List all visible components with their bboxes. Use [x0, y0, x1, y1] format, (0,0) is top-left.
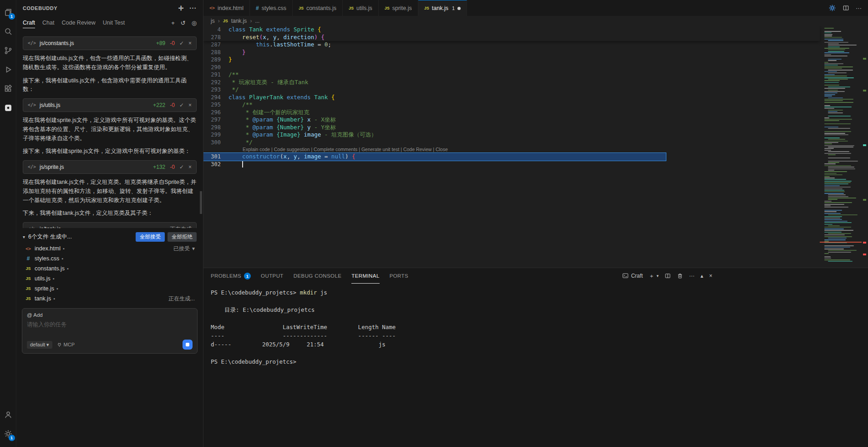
- accept-file-icon[interactable]: ✓: [179, 101, 184, 110]
- source-control-icon[interactable]: [0, 41, 16, 60]
- file-card[interactable]: </>js/sprite.js+132-0✓×: [23, 160, 197, 174]
- tab-code-review[interactable]: Code Review: [62, 18, 96, 28]
- file-card-title: js/sprite.js: [40, 163, 64, 172]
- generated-file-row[interactable]: JStank.js•正在生成...: [23, 294, 197, 304]
- generated-file-row[interactable]: JSsprite.js•: [23, 284, 197, 294]
- code-line[interactable]: 302: [203, 161, 820, 168]
- sidebar-scrollbar[interactable]: [200, 191, 202, 214]
- line-number: 297: [203, 116, 228, 124]
- code-line[interactable]: 297 * @param {Number} x - X坐标: [203, 116, 820, 124]
- code-line[interactable]: 288 }: [203, 49, 820, 56]
- code-line[interactable]: 291/**: [203, 71, 820, 79]
- code-line[interactable]: 295 /**: [203, 101, 820, 109]
- file-card-status: 正在生成: [170, 225, 192, 228]
- file-card[interactable]: </>js/tank.js正在生成: [23, 222, 197, 228]
- code-line[interactable]: 292 * 玩家坦克类 - 继承自Tank: [203, 79, 820, 86]
- css-file-icon: #: [25, 255, 32, 262]
- explorer-icon[interactable]: 1: [0, 3, 16, 22]
- breadcrumb-folder[interactable]: js: [211, 18, 215, 24]
- overview-ruler[interactable]: [862, 26, 868, 268]
- reject-file-icon[interactable]: ×: [188, 39, 192, 48]
- editor-more-icon[interactable]: ···: [856, 5, 862, 11]
- tab-craft[interactable]: Craft: [23, 18, 35, 28]
- add-context-button[interactable]: @ Add: [27, 312, 193, 318]
- code-line[interactable]: 289}: [203, 56, 820, 64]
- panel-tab-debug-console[interactable]: DEBUG CONSOLE: [294, 268, 342, 284]
- code-line[interactable]: 300 */: [203, 139, 820, 147]
- history-icon[interactable]: ↺: [181, 20, 186, 26]
- reject-file-icon[interactable]: ×: [188, 101, 192, 110]
- code-line[interactable]: 298 * @param {Number} y - Y坐标: [203, 124, 820, 132]
- code-line[interactable]: 290: [203, 64, 820, 71]
- tab-unit-test[interactable]: Unit Test: [103, 18, 125, 28]
- chevron-down-icon[interactable]: ▾: [192, 245, 195, 252]
- close-panel-icon[interactable]: ×: [709, 273, 712, 279]
- more-actions-icon[interactable]: ···: [189, 5, 197, 12]
- codelens-actions[interactable]: Explain code | Code suggestion | Complet…: [203, 146, 820, 153]
- code-line[interactable]: 4class Tank extends Sprite {: [203, 26, 820, 34]
- reject-file-icon[interactable]: ×: [188, 163, 192, 172]
- accept-file-icon[interactable]: ✓: [179, 163, 184, 172]
- editor-tab-constants.js[interactable]: JSconstants.js: [293, 0, 343, 16]
- code-area[interactable]: 4class Tank extends Sprite {278 reset(x,…: [203, 26, 820, 268]
- extensions-icon[interactable]: [0, 79, 16, 98]
- reject-all-button[interactable]: 全部拒绝: [168, 232, 197, 242]
- generated-file-row[interactable]: JSconstants.js•: [23, 264, 197, 274]
- terminal-profile[interactable]: Craft: [622, 273, 643, 279]
- generated-file-row[interactable]: JSutils.js•: [23, 274, 197, 284]
- breadcrumb[interactable]: js › JS tank.js › ...: [203, 16, 868, 26]
- panel-more-icon[interactable]: ···: [689, 273, 695, 279]
- target-icon[interactable]: ◎: [192, 20, 197, 26]
- split-editor-icon[interactable]: [843, 5, 849, 11]
- run-debug-icon[interactable]: [0, 60, 16, 79]
- editor-tab-styles.css[interactable]: #styles.css: [250, 0, 293, 16]
- panel-tab-ports[interactable]: PORTS: [390, 268, 408, 284]
- breadcrumb-symbol[interactable]: ...: [255, 18, 259, 24]
- file-card[interactable]: </>js/utils.js+222-0✓×: [23, 98, 197, 112]
- code-line[interactable]: 296 * 创建一个新的玩家坦克: [203, 109, 820, 117]
- add-icon[interactable]: ✛: [178, 5, 184, 12]
- new-terminal-icon[interactable]: ＋ ▾: [649, 272, 659, 280]
- codebuddy-settings-icon[interactable]: [828, 4, 836, 12]
- editor-tab-index.html[interactable]: <>index.html: [203, 0, 250, 16]
- editor-tab-utils.js[interactable]: JSutils.js: [343, 0, 379, 16]
- minimap[interactable]: [820, 26, 862, 268]
- file-card[interactable]: </>js/constants.js+89-0✓×: [23, 36, 197, 50]
- panel-tab-problems[interactable]: PROBLEMS1: [211, 268, 251, 284]
- accounts-icon[interactable]: [0, 405, 16, 424]
- codebuddy-icon[interactable]: [0, 98, 16, 117]
- task-input[interactable]: 请输入你的任务: [27, 321, 193, 340]
- code-line[interactable]: 301 constructor(x, y, image = null) {: [203, 153, 666, 161]
- code-line[interactable]: 294class PlayerTank extends Tank {: [203, 94, 820, 102]
- code-line[interactable]: 293 */: [203, 86, 820, 94]
- model-selector[interactable]: default ▾: [27, 341, 52, 349]
- generated-file-row[interactable]: #styles.css•: [23, 254, 197, 264]
- editor-tab-sprite.js[interactable]: JSsprite.js: [379, 0, 418, 16]
- tab-chat[interactable]: Chat: [42, 18, 54, 28]
- problems-badge: 1: [244, 273, 251, 279]
- new-task-icon[interactable]: +: [171, 20, 175, 26]
- search-icon[interactable]: [0, 22, 16, 41]
- panel-tab-terminal[interactable]: TERMINAL: [351, 268, 379, 284]
- stop-generation-button[interactable]: [183, 340, 193, 350]
- split-terminal-icon[interactable]: [665, 273, 671, 279]
- breadcrumb-file[interactable]: tank.js: [231, 18, 247, 24]
- accept-all-button[interactable]: 全部接受: [136, 232, 165, 242]
- maximize-panel-icon[interactable]: ▴: [700, 273, 703, 279]
- accept-file-icon[interactable]: ✓: [179, 39, 184, 48]
- kill-terminal-icon[interactable]: [677, 273, 683, 279]
- code-line[interactable]: 278 reset(x, y, direction) {: [203, 34, 820, 41]
- code-line[interactable]: 299 * @param {Image} image - 坦克图像（可选）: [203, 131, 820, 139]
- mcp-button[interactable]: MCP: [57, 342, 75, 347]
- panel-tab-output[interactable]: OUTPUT: [261, 268, 284, 284]
- editor-tab-tank.js[interactable]: JStank.js1: [418, 0, 467, 16]
- chevron-down-icon[interactable]: ▾: [23, 234, 25, 239]
- generated-file-row[interactable]: <>index.html•已接受▾: [23, 244, 197, 254]
- terminal[interactable]: PS E:\codebuddy_projetcs> mkdir js 目录: E…: [203, 284, 868, 447]
- generated-file-name: utils.js: [35, 275, 51, 282]
- code-line[interactable]: 287 this.lastShotTime = 0;: [203, 41, 820, 49]
- settings-gear-icon[interactable]: 1: [0, 424, 16, 443]
- bottom-panel: PROBLEMS1OUTPUTDEBUG CONSOLETERMINALPORT…: [203, 268, 868, 447]
- chat-paragraph: 接下来，我将创建sprite.js文件，定义游戏中所有可视对象的基类：: [23, 147, 197, 156]
- terminal-line: PS E:\codebuddy_projetcs>: [211, 357, 861, 366]
